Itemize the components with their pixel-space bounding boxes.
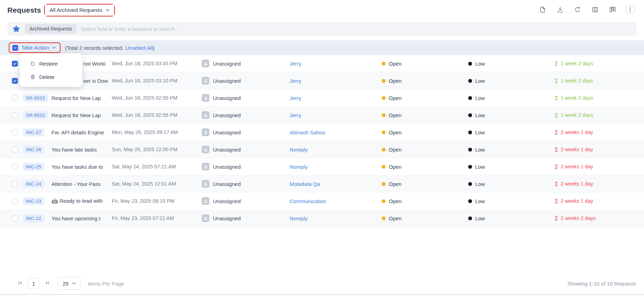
table-row[interactable]: INC-27Fw: API details EngineMon, May 26,… bbox=[0, 124, 644, 141]
hourglass-icon bbox=[554, 130, 558, 135]
status-label: Open bbox=[389, 129, 402, 135]
request-id-chip[interactable]: INC-23 bbox=[23, 197, 44, 205]
items-per-page-label: Items Per Page bbox=[88, 281, 124, 287]
priority-label: Low bbox=[475, 215, 485, 221]
page-size-dropdown[interactable]: 25 bbox=[58, 277, 81, 290]
requester-link[interactable]: Jerry bbox=[290, 78, 301, 84]
search-input[interactable] bbox=[81, 26, 632, 32]
request-subject[interactable]: You have tasks due to bbox=[49, 158, 109, 175]
filter-chip[interactable]: Archived Requests bbox=[25, 24, 77, 34]
refresh-button[interactable] bbox=[573, 5, 583, 15]
table-columns-icon bbox=[591, 6, 599, 14]
row-checkbox[interactable] bbox=[12, 181, 18, 187]
requester-link[interactable]: Jerry bbox=[290, 61, 301, 67]
table-row[interactable]: INC-25You have tasks due toSat, May 24, … bbox=[0, 158, 644, 175]
priority-dot bbox=[468, 96, 472, 100]
request-date: Sat, May 24, 2025 07:21 AM bbox=[109, 158, 200, 175]
technician-name: Unassigned bbox=[213, 215, 241, 221]
request-id-chip[interactable]: INC-25 bbox=[23, 163, 44, 171]
due-cell: 2 weeks 2 days bbox=[552, 210, 644, 227]
requester-link[interactable]: Motadata Qa bbox=[290, 181, 320, 187]
due-label: 2 weeks 1 day bbox=[561, 181, 593, 187]
requester-link[interactable]: Jerry bbox=[290, 112, 301, 118]
favorite-star-icon[interactable] bbox=[12, 25, 20, 33]
requests-page: Requests All Archived Requests bbox=[0, 0, 644, 295]
priority-dot bbox=[468, 199, 472, 203]
technician-name: Unassigned bbox=[213, 61, 241, 67]
row-checkbox[interactable] bbox=[12, 112, 18, 118]
request-id-chip[interactable]: SR-8533 bbox=[23, 94, 48, 102]
table-row[interactable]: INC-26You have late tasksSun, May 25, 20… bbox=[0, 141, 644, 158]
table-row[interactable]: ver is DowWed, Jun 18, 2025 03:10 PMUnas… bbox=[0, 72, 644, 89]
table-row[interactable]: not WorkiWed, Jun 18, 2025 03:45 PMUnass… bbox=[0, 55, 644, 72]
request-subject[interactable]: Attention - Your Pass bbox=[49, 175, 109, 192]
request-subject[interactable]: 🤖 Ready to lead with bbox=[49, 193, 109, 209]
request-id-chip[interactable]: INC-27 bbox=[23, 128, 44, 136]
priority-cell: Low bbox=[466, 107, 552, 123]
request-subject[interactable]: You have upcoming t bbox=[49, 210, 109, 227]
first-page-button[interactable] bbox=[16, 280, 23, 287]
row-checkbox[interactable] bbox=[12, 61, 18, 67]
status-cell: Open bbox=[378, 72, 466, 89]
request-subject[interactable]: Fw: API details Engine bbox=[49, 124, 109, 141]
priority-label: Low bbox=[475, 181, 485, 187]
hourglass-icon bbox=[554, 113, 558, 118]
request-id-chip[interactable]: INC-26 bbox=[23, 146, 44, 154]
current-page-button[interactable]: 1 bbox=[28, 278, 40, 289]
kanban-view-button[interactable] bbox=[608, 5, 618, 15]
requester-link[interactable]: Noreply bbox=[290, 215, 308, 221]
take-action-button[interactable]: Take Action bbox=[9, 43, 60, 52]
request-subject[interactable]: You have late tasks bbox=[49, 141, 109, 158]
requester-link[interactable]: Abinash Sahoo bbox=[290, 129, 325, 135]
column-settings-button[interactable] bbox=[590, 5, 600, 15]
table-row[interactable]: INC-23🤖 Ready to lead withFri, May 23, 2… bbox=[0, 193, 644, 210]
page-title: Requests bbox=[7, 6, 41, 14]
status-dot bbox=[382, 62, 386, 66]
technician-name: Unassigned bbox=[213, 164, 241, 170]
select-all-checkbox[interactable] bbox=[12, 45, 18, 51]
table-row[interactable]: INC-24Attention - Your PassSat, May 24, … bbox=[0, 175, 644, 193]
table-row[interactable]: SR-8533Request for New LapWed, Jun 18, 2… bbox=[0, 89, 644, 107]
due-label: 2 weeks 1 day bbox=[561, 129, 593, 135]
requester-link[interactable]: Noreply bbox=[290, 147, 308, 153]
due-label: 2 weeks 1 day bbox=[561, 198, 593, 204]
menu-item-delete[interactable]: Delete bbox=[20, 70, 82, 83]
request-id-chip[interactable]: INC-22 bbox=[23, 214, 44, 222]
view-selector-dropdown[interactable]: All Archived Requests bbox=[45, 5, 114, 16]
status-label: Open bbox=[389, 198, 402, 204]
user-avatar-icon bbox=[202, 163, 209, 170]
request-subject[interactable]: Request for New Lap bbox=[49, 89, 109, 106]
export-button[interactable] bbox=[538, 5, 548, 15]
table-row[interactable]: INC-22You have upcoming tFri, May 23, 20… bbox=[0, 210, 644, 227]
row-checkbox[interactable] bbox=[12, 147, 18, 153]
technician-cell: Unassigned bbox=[200, 193, 284, 209]
priority-dot bbox=[468, 165, 472, 169]
request-id-chip[interactable]: SR-8532 bbox=[23, 111, 48, 119]
row-checkbox[interactable] bbox=[12, 198, 18, 204]
technician-cell: Unassigned bbox=[200, 72, 284, 89]
requester-link[interactable]: Jerry bbox=[290, 95, 301, 101]
take-action-menu: Restore Delete bbox=[20, 53, 82, 87]
request-date: Mon, May 26, 2025 09:17 AM bbox=[109, 124, 200, 141]
user-avatar-icon bbox=[202, 111, 209, 119]
priority-label: Low bbox=[475, 164, 485, 170]
row-checkbox[interactable] bbox=[12, 95, 18, 101]
request-date: Fri, May 23, 2025 08:15 PM bbox=[109, 193, 200, 209]
menu-item-restore[interactable]: Restore bbox=[20, 57, 82, 70]
requester-link[interactable]: Communication bbox=[290, 198, 326, 204]
requester-link[interactable]: Noreply bbox=[290, 164, 308, 170]
request-id-chip[interactable]: INC-24 bbox=[23, 180, 44, 188]
download-button[interactable] bbox=[555, 5, 565, 15]
request-subject[interactable]: Request for New Lap bbox=[49, 107, 109, 123]
row-checkbox[interactable] bbox=[12, 129, 18, 135]
row-checkbox[interactable] bbox=[12, 164, 18, 170]
more-options-button[interactable] bbox=[625, 5, 635, 15]
request-table-body: not WorkiWed, Jun 18, 2025 03:45 PMUnass… bbox=[0, 55, 644, 227]
table-row[interactable]: SR-8532Request for New LapWed, Jun 18, 2… bbox=[0, 107, 644, 124]
unselect-all-link[interactable]: Unselect All bbox=[125, 45, 153, 51]
row-checkbox[interactable] bbox=[12, 78, 18, 84]
status-dot bbox=[382, 148, 386, 152]
last-page-button[interactable] bbox=[44, 280, 51, 287]
row-checkbox[interactable] bbox=[12, 215, 18, 221]
priority-dot bbox=[468, 148, 472, 152]
